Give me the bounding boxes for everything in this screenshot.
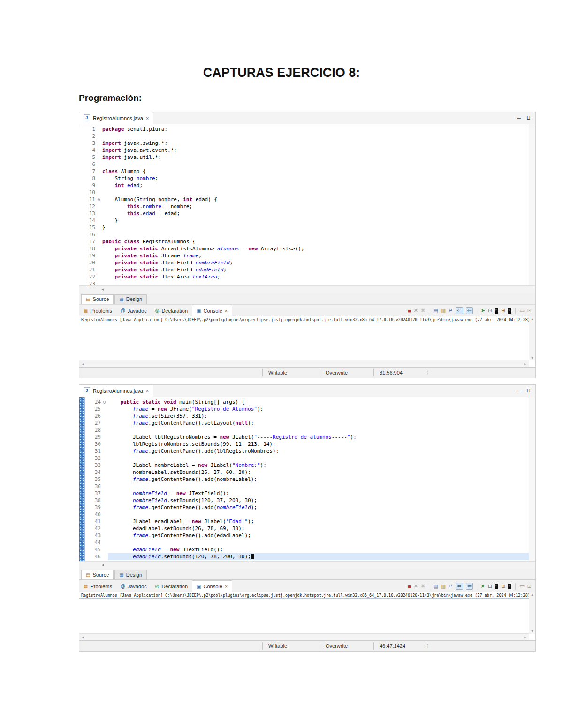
code-line[interactable]: 13 this.edad = edad; bbox=[79, 210, 535, 217]
code-line[interactable]: 19 private static JFrame frame; bbox=[79, 252, 535, 259]
console-dropdown-icon[interactable]: ▾ bbox=[495, 308, 498, 314]
code-line[interactable]: 27 frame.getContentPane().setLayout(null… bbox=[85, 420, 535, 427]
code-line[interactable]: 1package senati.piura; bbox=[79, 126, 535, 133]
remove-launch-icon[interactable]: ✕ bbox=[414, 583, 418, 589]
code-line[interactable]: 4import java.awt.event.*; bbox=[79, 147, 535, 154]
code-line[interactable]: 21 private static JTextField edadField; bbox=[79, 266, 535, 273]
terminate-icon[interactable]: ■ bbox=[408, 584, 411, 589]
code-line[interactable]: 17public class RegistroAlumnos { bbox=[79, 238, 535, 245]
scroll-up-icon[interactable]: ▲ bbox=[531, 593, 534, 596]
show-stderr-icon[interactable]: ⇚ bbox=[466, 583, 473, 590]
tab-source[interactable]: ▤ Source bbox=[81, 570, 114, 579]
code-editor[interactable]: 24⊖ public static void main(String[] arg… bbox=[79, 397, 535, 561]
code-editor[interactable]: 1package senati.piura;23import javax.swi… bbox=[79, 124, 535, 285]
open-console-dropdown-icon[interactable]: ▾ bbox=[508, 584, 511, 589]
code-line[interactable]: 14 } bbox=[79, 217, 535, 224]
word-wrap-icon[interactable]: ↵ bbox=[449, 308, 453, 314]
code-line[interactable]: 35 frame.getContentPane().add(nombreLabe… bbox=[85, 476, 535, 483]
editor-horizontal-scrollbar[interactable]: ◄ bbox=[79, 285, 535, 293]
minimize-icon[interactable]: ─ bbox=[517, 388, 521, 394]
maximize-view-icon[interactable]: ⊡ bbox=[527, 308, 532, 314]
tab-console[interactable]: ▣ Console × bbox=[192, 305, 232, 316]
editor-vertical-scrollbar[interactable] bbox=[529, 397, 535, 561]
remove-all-launches-icon[interactable]: ✖ bbox=[421, 308, 425, 314]
code-line[interactable]: 18 private static ArrayList<Alumno> alum… bbox=[79, 245, 535, 252]
code-line[interactable]: 41 JLabel edadLabel = new JLabel("Edad:"… bbox=[85, 518, 535, 525]
code-line[interactable]: 12 this.nombre = nombre; bbox=[79, 203, 535, 210]
tab-source[interactable]: ▤ Source bbox=[81, 294, 114, 304]
code-line[interactable]: 6 bbox=[79, 161, 535, 168]
code-area[interactable]: 1package senati.piura;23import javax.swi… bbox=[79, 124, 535, 285]
show-stdout-icon[interactable]: ⇐ bbox=[456, 307, 463, 314]
scroll-up-icon[interactable]: ▲ bbox=[531, 317, 534, 321]
code-line[interactable]: 30 lblRegistroNombres.setBounds(99, 11, … bbox=[85, 441, 535, 448]
show-stderr-icon[interactable]: ⇚ bbox=[466, 307, 473, 314]
scroll-down-icon[interactable]: ▼ bbox=[531, 356, 534, 360]
code-line[interactable]: 25 frame = new JFrame("Registro de Alumn… bbox=[85, 405, 535, 413]
code-line[interactable]: 9 int edad; bbox=[79, 182, 535, 189]
scroll-down-icon[interactable]: ▼ bbox=[531, 630, 534, 633]
code-line[interactable]: 39 frame.getContentPane().add(nombreFiel… bbox=[85, 504, 535, 511]
editor-tab[interactable]: J RegistroAlumnos.java × bbox=[79, 385, 153, 397]
pin-console-icon[interactable]: ➤ bbox=[481, 583, 485, 589]
clear-console-icon[interactable]: ▤ bbox=[433, 308, 438, 314]
code-line[interactable]: 15} bbox=[79, 224, 535, 231]
console-vertical-scrollbar[interactable]: ▲ ▼ bbox=[529, 316, 535, 360]
show-stdout-icon[interactable]: ⇐ bbox=[456, 583, 463, 590]
code-line[interactable]: 2 bbox=[79, 133, 535, 140]
console-output[interactable]: RegistroAlumnos [Java Application] C:\Us… bbox=[79, 316, 535, 367]
minimize-view-icon[interactable]: ▭ bbox=[519, 583, 524, 589]
code-line[interactable]: 38 nombreField.setBounds(120, 37, 200, 3… bbox=[85, 497, 535, 504]
code-area[interactable]: 24⊖ public static void main(String[] arg… bbox=[85, 397, 535, 561]
code-line[interactable]: 28 bbox=[85, 427, 535, 434]
console-output[interactable]: RegistroAlumnos [Java Application] C:\Us… bbox=[79, 592, 535, 640]
code-line[interactable]: 11⊖ Alumno(String nombre, int edad) { bbox=[79, 196, 535, 203]
console-close-icon[interactable]: × bbox=[225, 308, 228, 314]
word-wrap-icon[interactable]: ↵ bbox=[449, 583, 453, 589]
tab-javadoc[interactable]: @ Javadoc bbox=[116, 580, 151, 592]
scroll-lock-icon[interactable]: ▥ bbox=[441, 308, 446, 314]
maximize-view-icon[interactable]: ⊡ bbox=[527, 583, 532, 589]
code-line[interactable]: 46 edadField.setBounds(120, 78, 200, 30)… bbox=[85, 553, 535, 560]
code-line[interactable]: 22 private static JTextArea textArea; bbox=[79, 273, 535, 280]
code-line[interactable]: 44 bbox=[85, 539, 535, 546]
editor-vertical-scrollbar[interactable] bbox=[529, 124, 535, 285]
code-line[interactable]: 29 JLabel lblRegistroNombres = new JLabe… bbox=[85, 434, 535, 441]
scroll-right-icon[interactable]: ► bbox=[524, 636, 527, 639]
console-dropdown-icon[interactable]: ▾ bbox=[495, 584, 498, 589]
scroll-left-icon[interactable]: ◄ bbox=[101, 563, 105, 567]
scroll-right-icon[interactable]: ► bbox=[524, 362, 527, 366]
open-console-icon[interactable]: ⊞ bbox=[501, 308, 505, 314]
code-line[interactable]: 31 frame.getContentPane().add(lblRegistr… bbox=[85, 448, 535, 455]
scroll-left-icon[interactable]: ◄ bbox=[81, 362, 84, 366]
scroll-lock-icon[interactable]: ▥ bbox=[441, 583, 446, 589]
console-horizontal-scrollbar[interactable]: ◄ ► bbox=[79, 633, 529, 640]
tab-problems[interactable]: ▦ Problems bbox=[79, 580, 116, 592]
scroll-left-icon[interactable]: ◄ bbox=[101, 287, 105, 292]
code-line[interactable]: 37 nombreField = new JTextField(); bbox=[85, 490, 535, 497]
remove-launch-icon[interactable]: ✕ bbox=[414, 308, 418, 314]
code-line[interactable]: 33 JLabel nombreLabel = new JLabel("Nomb… bbox=[85, 462, 535, 469]
editor-horizontal-scrollbar[interactable]: ◄ bbox=[79, 561, 535, 569]
tab-javadoc[interactable]: @ Javadoc bbox=[116, 305, 151, 316]
terminate-icon[interactable]: ■ bbox=[408, 308, 411, 314]
minimize-icon[interactable]: ─ bbox=[517, 115, 521, 121]
fold-icon[interactable]: ⊖ bbox=[95, 196, 102, 203]
code-line[interactable]: 36 bbox=[85, 483, 535, 490]
code-line[interactable]: 43 frame.getContentPane().add(edadLabel)… bbox=[85, 532, 535, 539]
tab-close-icon[interactable]: × bbox=[146, 115, 149, 121]
tab-declaration[interactable]: ◎ Declaration bbox=[151, 580, 192, 592]
display-console-icon[interactable]: ⊡ bbox=[488, 583, 492, 589]
code-line[interactable]: 45 edadField = new JTextField(); bbox=[85, 546, 535, 553]
code-line[interactable]: 8 String nombre; bbox=[79, 175, 535, 182]
code-line[interactable]: 32 bbox=[85, 455, 535, 462]
display-console-icon[interactable]: ⊡ bbox=[488, 308, 492, 314]
tab-console[interactable]: ▣ Console × bbox=[192, 580, 232, 592]
minimize-view-icon[interactable]: ▭ bbox=[519, 308, 524, 314]
open-console-icon[interactable]: ⊞ bbox=[501, 583, 505, 589]
tab-design[interactable]: ▦ Design bbox=[114, 294, 147, 304]
code-line[interactable]: 3import javax.swing.*; bbox=[79, 140, 535, 147]
code-line[interactable]: 26 frame.setSize(357, 331); bbox=[85, 413, 535, 420]
code-line[interactable]: 7class Alumno { bbox=[79, 168, 535, 175]
console-horizontal-scrollbar[interactable]: ◄ ► bbox=[79, 360, 529, 367]
